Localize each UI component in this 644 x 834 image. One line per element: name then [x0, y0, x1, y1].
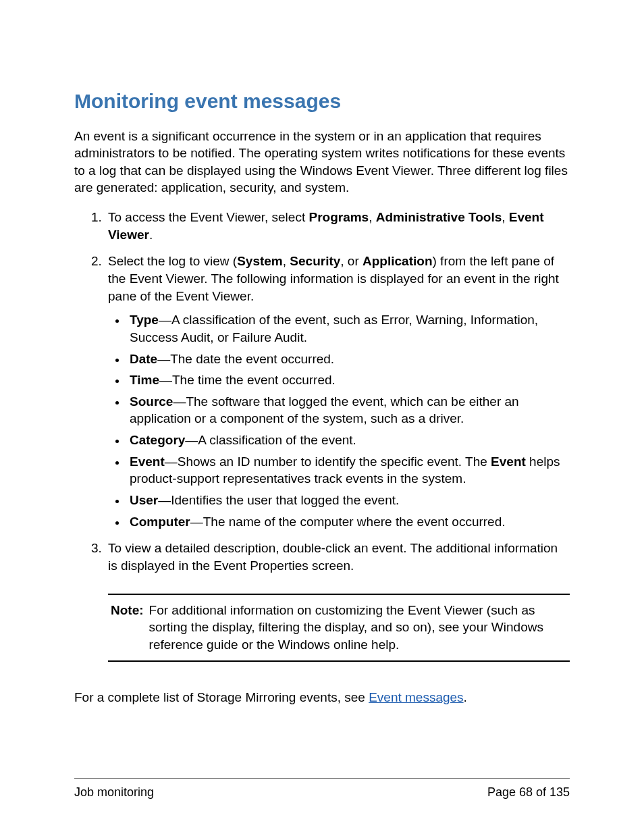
def-source-desc: —The software that logged the event, whi… — [130, 394, 519, 426]
def-source: Source—The software that logged the even… — [127, 393, 570, 427]
step-1-bold-programs: Programs — [308, 210, 369, 224]
def-category-desc: —A classification of the event. — [185, 433, 356, 447]
def-event-term: Event — [130, 454, 165, 469]
note-block: Note: For additional information on cust… — [108, 594, 570, 662]
footer-left: Job monitoring — [74, 784, 154, 800]
def-time-term: Time — [130, 373, 159, 387]
def-time-desc: —The time the event occurred. — [159, 373, 336, 387]
def-computer-term: Computer — [130, 515, 190, 529]
intro-paragraph: An event is a significant occurrence in … — [74, 128, 570, 197]
step-1-bold-admin-tools: Administrative Tools — [376, 210, 502, 224]
def-computer: Computer—The name of the computer where … — [127, 513, 570, 531]
step-1-suffix: . — [149, 228, 153, 242]
step-2-text-a: Select the log to view ( — [108, 254, 237, 268]
step-2: Select the log to view (System, Security… — [105, 253, 570, 530]
step-1-text-a: To access the Event Viewer, select — [108, 210, 308, 224]
def-time: Time—The time the event occurred. — [127, 371, 570, 389]
step-3-text: To view a detailed description, double-c… — [108, 541, 558, 573]
step-1-sep2: , — [502, 210, 509, 224]
def-type-term: Type — [130, 313, 159, 327]
def-event-inner-bold: Event — [491, 454, 526, 469]
footer-right: Page 68 of 135 — [487, 784, 570, 800]
step-2-sep1: , — [283, 254, 290, 268]
definition-list: Type—A classification of the event, such… — [127, 311, 570, 530]
def-user: User—Identifies the user that logged the… — [127, 492, 570, 509]
def-event: Event—Shows an ID number to identify the… — [127, 453, 570, 488]
def-type-desc: —A classification of the event, such as … — [130, 313, 538, 344]
def-source-term: Source — [130, 394, 173, 409]
closing-paragraph: For a complete list of Storage Mirroring… — [74, 689, 570, 706]
document-page: Monitoring event messages An event is a … — [0, 0, 644, 834]
step-2-sep2: , or — [340, 254, 363, 268]
def-date: Date—The date the event occurred. — [127, 350, 570, 368]
step-3: To view a detailed description, double-c… — [105, 540, 570, 661]
step-1: To access the Event Viewer, select Progr… — [105, 209, 570, 243]
def-event-desc-a: —Shows an ID number to identify the spec… — [165, 454, 491, 469]
closing-prefix: For a complete list of Storage Mirroring… — [74, 690, 369, 704]
note-text: For additional information on customizin… — [149, 602, 567, 654]
def-date-desc: —The date the event occurred. — [157, 352, 334, 366]
event-messages-link[interactable]: Event messages — [369, 690, 463, 704]
def-date-term: Date — [130, 352, 157, 366]
step-2-bold-application: Application — [363, 254, 432, 268]
note-label: Note: — [111, 602, 149, 654]
def-user-desc: —Identifies the user that logged the eve… — [158, 493, 399, 507]
def-type: Type—A classification of the event, such… — [127, 311, 570, 346]
closing-suffix: . — [464, 690, 467, 704]
step-1-sep1: , — [369, 210, 376, 224]
steps-list: To access the Event Viewer, select Progr… — [88, 209, 570, 661]
step-2-bold-security: Security — [290, 254, 340, 268]
def-category: Category—A classification of the event. — [127, 432, 570, 449]
def-computer-desc: —The name of the computer where the even… — [190, 515, 506, 529]
page-title: Monitoring event messages — [74, 88, 570, 115]
def-category-term: Category — [130, 433, 185, 447]
def-user-term: User — [130, 493, 158, 507]
step-2-bold-system: System — [237, 254, 283, 268]
page-footer: Job monitoring Page 68 of 135 — [74, 778, 570, 800]
